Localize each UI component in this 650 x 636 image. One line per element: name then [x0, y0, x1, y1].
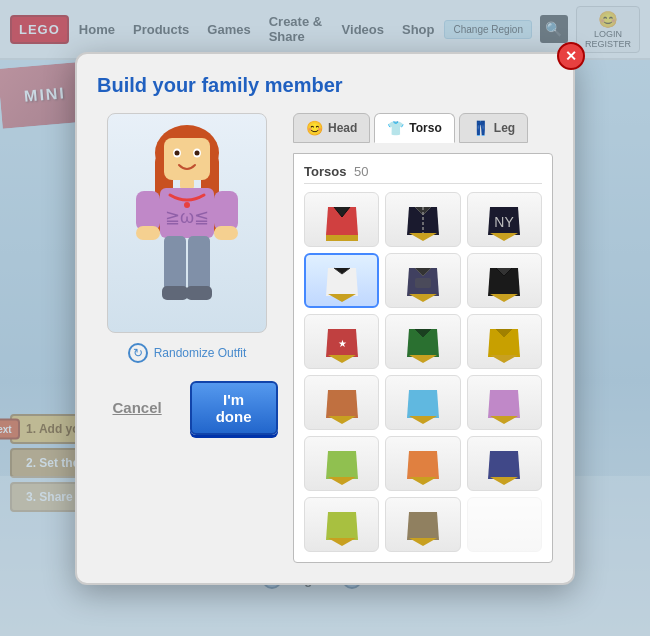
- tab-head[interactable]: 😊 Head: [293, 113, 370, 143]
- torso-svg-9: [482, 319, 526, 363]
- torso-item-4[interactable]: [304, 253, 379, 308]
- figure-display: ≧ω≦: [107, 113, 267, 333]
- svg-rect-13: [214, 191, 238, 231]
- modal-body: ≧ω≦: [97, 113, 553, 563]
- svg-rect-20: [326, 235, 358, 241]
- torso-svg-11: [401, 380, 445, 424]
- modal-overlay: ✕ Build your family member: [0, 0, 650, 636]
- svg-rect-8: [180, 179, 194, 189]
- tab-bar: 😊 Head 👕 Torso 👖 Leg: [293, 113, 553, 143]
- items-grid: NY: [304, 192, 542, 552]
- svg-point-6: [175, 150, 180, 155]
- torso-svg-5: [401, 258, 445, 302]
- items-count: 50: [354, 164, 368, 179]
- svg-rect-17: [188, 236, 210, 291]
- cancel-button[interactable]: Cancel: [96, 391, 177, 424]
- torso-svg-4: [320, 258, 364, 302]
- torso-item-14[interactable]: [385, 436, 460, 491]
- torso-svg-6: [482, 258, 526, 302]
- leg-icon: 👖: [472, 120, 489, 136]
- torso-item-5[interactable]: [385, 253, 460, 308]
- randomize-icon: ↻: [128, 343, 148, 363]
- randomize-button[interactable]: ↻ Randomize Outfit: [128, 343, 247, 363]
- torso-svg-13: [320, 441, 364, 485]
- torso-svg-3: NY: [482, 197, 526, 241]
- torso-item-7[interactable]: ★: [304, 314, 379, 369]
- svg-point-11: [184, 202, 190, 208]
- torso-item-8[interactable]: [385, 314, 460, 369]
- randomize-label: Randomize Outfit: [154, 346, 247, 360]
- torso-item-9[interactable]: [467, 314, 542, 369]
- svg-point-7: [195, 150, 200, 155]
- tab-leg-label: Leg: [494, 121, 515, 135]
- svg-rect-12: [136, 191, 160, 231]
- torso-item-15[interactable]: [467, 436, 542, 491]
- tab-leg[interactable]: 👖 Leg: [459, 113, 528, 143]
- svg-rect-19: [186, 286, 212, 300]
- torso-item-1[interactable]: [304, 192, 379, 247]
- modal-title: Build your family member: [97, 74, 553, 97]
- torso-item-18: [467, 497, 542, 552]
- svg-rect-18: [162, 286, 188, 300]
- torso-svg-10: [320, 380, 364, 424]
- torso-item-12[interactable]: [467, 375, 542, 430]
- svg-text:≧ω≦: ≧ω≦: [165, 207, 209, 227]
- modal-actions: Cancel I'm done: [96, 381, 277, 435]
- torso-svg-14: [401, 441, 445, 485]
- svg-text:NY: NY: [495, 214, 515, 230]
- torso-item-3[interactable]: NY: [467, 192, 542, 247]
- torso-item-2[interactable]: [385, 192, 460, 247]
- torso-svg-15: [482, 441, 526, 485]
- figure-area: ≧ω≦: [97, 113, 277, 563]
- torso-item-16[interactable]: [304, 497, 379, 552]
- torso-item-10[interactable]: [304, 375, 379, 430]
- svg-rect-16: [164, 236, 186, 291]
- torso-icon: 👕: [387, 120, 404, 136]
- svg-rect-23: [415, 278, 431, 288]
- torso-svg-16: [320, 502, 364, 546]
- torso-item-11[interactable]: [385, 375, 460, 430]
- svg-text:★: ★: [337, 338, 346, 349]
- torso-item-13[interactable]: [304, 436, 379, 491]
- svg-rect-3: [164, 138, 210, 180]
- tab-torso-label: Torso: [409, 121, 441, 135]
- modal-dialog: ✕ Build your family member: [75, 52, 575, 585]
- items-area: Torsos 50: [293, 153, 553, 563]
- svg-rect-15: [214, 226, 238, 240]
- modal-close-button[interactable]: ✕: [557, 42, 585, 70]
- torso-svg-8: [401, 319, 445, 363]
- svg-rect-14: [136, 226, 160, 240]
- tab-head-label: Head: [328, 121, 357, 135]
- torso-item-6[interactable]: [467, 253, 542, 308]
- torso-item-17[interactable]: [385, 497, 460, 552]
- lego-figure: ≧ω≦: [122, 123, 252, 323]
- tab-torso[interactable]: 👕 Torso: [374, 113, 454, 143]
- torso-svg-1: [320, 197, 364, 241]
- head-icon: 😊: [306, 120, 323, 136]
- torso-svg-17: [401, 502, 445, 546]
- torso-svg-12: [482, 380, 526, 424]
- torso-svg-7: ★: [320, 319, 364, 363]
- torso-svg-2: [401, 197, 445, 241]
- items-label: Torsos 50: [304, 164, 542, 184]
- custom-panel: 😊 Head 👕 Torso 👖 Leg Torsos: [293, 113, 553, 563]
- done-button[interactable]: I'm done: [190, 381, 278, 435]
